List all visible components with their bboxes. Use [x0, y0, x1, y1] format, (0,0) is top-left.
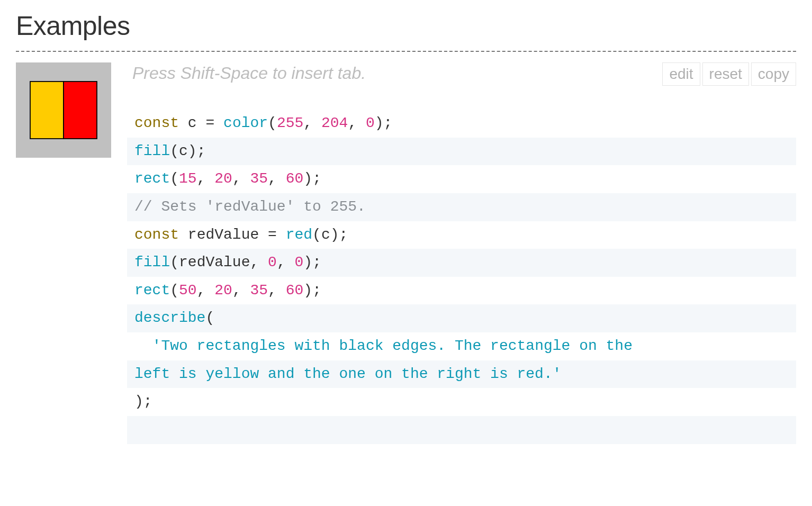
preview-svg — [16, 62, 111, 158]
code-line: const redValue = red(c); — [127, 221, 796, 249]
code-line: // Sets 'redValue' to 255. — [127, 193, 796, 221]
code-line: left is yellow and the one on the right … — [127, 360, 796, 388]
copy-button[interactable]: copy — [751, 62, 796, 86]
preview-rect — [64, 82, 97, 139]
code-line: ); — [127, 388, 796, 416]
preview-rect — [30, 82, 64, 139]
section-title: Examples — [16, 11, 796, 41]
canvas-preview — [16, 62, 111, 158]
code-line: 'Two rectangles with black edges. The re… — [127, 332, 796, 360]
code-line: const c = color(255, 204, 0); — [127, 110, 796, 138]
examples-section: Examples edit reset copy Press Shift-Spa… — [0, 0, 812, 460]
code-line: fill(c); — [127, 138, 796, 166]
code-line — [127, 416, 796, 444]
code-line: describe( — [127, 304, 796, 332]
section-divider — [16, 51, 796, 52]
code-area: edit reset copy Press Shift-Space to ins… — [127, 62, 796, 444]
edit-button[interactable]: edit — [662, 62, 700, 86]
code-line: fill(redValue, 0, 0); — [127, 249, 796, 277]
code-line: rect(15, 20, 35, 60); — [127, 165, 796, 193]
reset-button[interactable]: reset — [702, 62, 749, 86]
code-toolbar: edit reset copy — [662, 62, 796, 86]
example-row: edit reset copy Press Shift-Space to ins… — [16, 62, 796, 444]
code-block[interactable]: const c = color(255, 204, 0);fill(c);rec… — [127, 110, 796, 444]
code-line: rect(50, 20, 35, 60); — [127, 277, 796, 305]
